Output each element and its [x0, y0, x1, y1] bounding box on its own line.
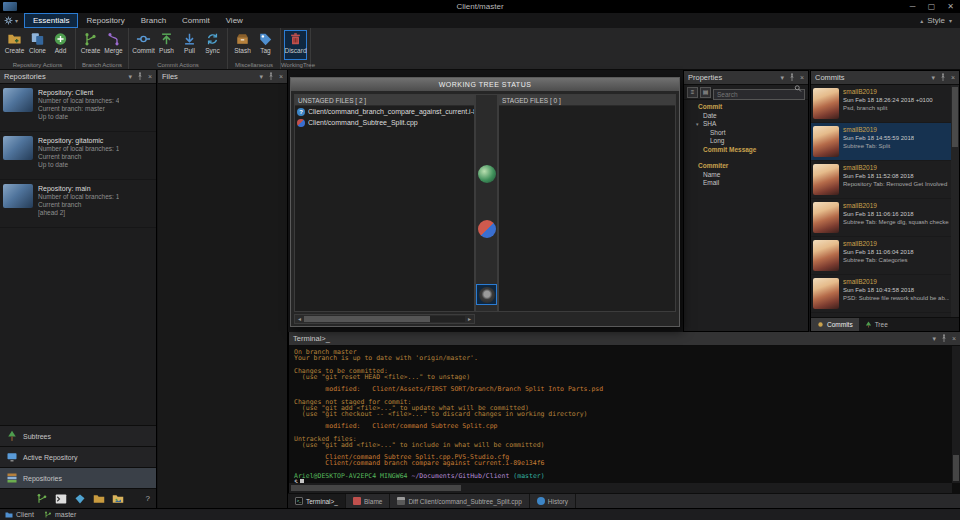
gem-icon[interactable] [74, 493, 86, 505]
collapse-ribbon-icon[interactable]: ▴ [920, 17, 923, 24]
property-tree-item[interactable]: Commit Message [684, 146, 808, 155]
property-tree-item[interactable]: Email [684, 179, 808, 188]
clone-repository-button[interactable]: Clone [26, 30, 49, 60]
minimize-button[interactable]: ─ [903, 0, 922, 13]
create-repository-button[interactable]: Create [3, 30, 26, 60]
terminal-icon[interactable] [55, 493, 67, 505]
scroll-left-arrow[interactable]: ◂ [295, 315, 304, 324]
repository-list-item[interactable]: Repository: Client Number of local branc… [0, 84, 156, 132]
scrollbar-thumb[interactable] [952, 87, 958, 147]
working-tree-title[interactable]: WORKING TREE STATUS [291, 78, 679, 91]
commit-list-item[interactable]: smallB2019 Sun Feb 18 11:52:08 2018 Repo… [811, 161, 951, 199]
tab-commit[interactable]: Commit [174, 13, 218, 28]
terminal-vertical-scrollbar[interactable] [952, 346, 960, 483]
unstaged-file-row[interactable]: ? Client/command_branch_compare_against_… [295, 106, 474, 117]
tag-button[interactable]: Tag [254, 30, 277, 60]
commit-list-item[interactable]: smallB2019 Sun Feb 18 11:06:16 2018 Subt… [811, 199, 951, 237]
stash-button[interactable]: Stash [231, 30, 254, 60]
search-input[interactable] [713, 89, 805, 100]
pull-button[interactable]: Pull [178, 30, 201, 60]
sidebar-item-repositories[interactable]: Repositories [0, 467, 156, 488]
style-menu[interactable]: Style [927, 16, 945, 25]
repository-list-item[interactable]: Repository: main Number of local branche… [0, 180, 156, 228]
close-icon[interactable]: × [148, 70, 152, 84]
categorize-button[interactable]: ≡ [687, 87, 698, 98]
chevron-down-icon[interactable]: ▾ [949, 17, 952, 24]
commit-list-item[interactable]: smallB2019 Sun Feb 18 18:26:24 2018 +010… [811, 85, 951, 123]
sidebar-item-active-repository[interactable]: Active Repository [0, 446, 156, 467]
stage-all-button[interactable] [478, 220, 496, 238]
scrollbar-thumb[interactable] [291, 485, 461, 491]
tab-essentials[interactable]: Essentials [24, 13, 78, 28]
scrollbar-thumb[interactable] [953, 455, 959, 481]
repository-icon [5, 511, 13, 519]
pin-icon[interactable] [940, 334, 948, 343]
chevron-down-icon[interactable]: ▾ [931, 71, 935, 85]
merge-branch-button[interactable]: Merge [102, 30, 125, 60]
unstaged-horizontal-scrollbar[interactable]: ◂ ▸ [294, 314, 475, 324]
close-icon[interactable]: × [952, 332, 956, 346]
close-icon[interactable]: × [279, 70, 283, 84]
discard-button[interactable]: Discard [284, 30, 307, 60]
close-button[interactable]: ✕ [941, 0, 960, 13]
pin-icon[interactable] [939, 73, 947, 82]
sort-button[interactable]: ▤ [700, 87, 711, 98]
add-repository-button[interactable]: Add [49, 30, 72, 60]
pin-icon[interactable] [136, 72, 144, 81]
commit-button[interactable]: Commit [132, 30, 155, 60]
chevron-down-icon[interactable]: ▾ [128, 70, 132, 84]
terminal-icon: >_ [295, 497, 303, 505]
chevron-down-icon[interactable]: ▾ [259, 70, 263, 84]
pin-icon[interactable] [267, 72, 275, 81]
tab-view[interactable]: View [218, 13, 251, 28]
property-tree-item[interactable]: Commiter [684, 162, 808, 171]
help-button[interactable]: ? [146, 494, 150, 503]
close-icon[interactable]: × [951, 71, 955, 85]
property-tree-item[interactable]: SHA [684, 120, 808, 129]
pin-icon[interactable] [788, 73, 796, 82]
stage-selected-button[interactable] [478, 165, 496, 183]
scrollbar-thumb[interactable] [304, 316, 430, 322]
property-tree-item[interactable]: Commit [684, 103, 808, 112]
commit-list-item[interactable]: smallB2019 Sun Feb 18 14:55:59 2018 Subt… [811, 123, 951, 161]
snapshot-button[interactable] [476, 284, 497, 305]
sync-button[interactable]: Sync [201, 30, 224, 60]
quick-access-menu[interactable]: ▾ [4, 16, 18, 25]
chevron-down-icon[interactable]: ▾ [932, 332, 936, 346]
commit-list-item[interactable]: smallB2019 Sun Feb 18 11:06:04 2018 Subt… [811, 237, 951, 275]
tab-tree[interactable]: Tree [859, 318, 894, 331]
tab-repository[interactable]: Repository [78, 13, 132, 28]
terminal-horizontal-scrollbar[interactable] [289, 483, 952, 493]
unstaged-file-row[interactable]: Client/command_Subtree_Split.cpp [295, 117, 474, 128]
tab-branch[interactable]: Branch [133, 13, 174, 28]
scroll-right-arrow[interactable]: ▸ [465, 315, 474, 324]
statusbar-branch[interactable]: master [44, 511, 76, 519]
property-tree-item[interactable]: Name [684, 171, 808, 180]
tab-blame[interactable]: Blame [346, 494, 390, 508]
tab-commits[interactable]: Commits [811, 318, 859, 331]
push-button[interactable]: Push [155, 30, 178, 60]
property-tree-item[interactable]: Short [684, 129, 808, 138]
prompt-user: Ariel@DESKTOP-AV2EPC4 MINGW64 [294, 472, 408, 480]
commit-list-item[interactable]: smallB2019 Sun Feb 18 10:43:58 2018 PSD:… [811, 275, 951, 313]
prompt-branch: (master) [513, 472, 544, 480]
property-tree-item[interactable]: Long [684, 137, 808, 146]
sidebar-item-subtrees[interactable]: Subtrees [0, 425, 156, 446]
tab-diff[interactable]: Diff Client/command_Subtree_Split.cpp [390, 494, 529, 508]
statusbar-repository[interactable]: Client [5, 511, 34, 519]
create-branch-button[interactable]: Create [79, 30, 102, 60]
commit-avatar [813, 164, 839, 195]
ribbon-group-label: Branch Actions [76, 62, 128, 68]
staged-files-column: STAGED FILES [ 0 ] [498, 94, 676, 312]
property-tree-item[interactable]: Date [684, 112, 808, 121]
commits-scrollbar[interactable] [951, 85, 959, 317]
terminal-output[interactable]: On branch masterYour branch is up to dat… [289, 346, 952, 483]
tab-history[interactable]: History [530, 494, 576, 508]
repository-list-item[interactable]: Repository: gitatomic Number of local br… [0, 132, 156, 180]
folder-image-icon[interactable] [112, 493, 124, 505]
folder-icon[interactable] [93, 493, 105, 505]
working-tree-status-window[interactable]: WORKING TREE STATUS UNSTAGED FILES [ 2 ]… [290, 77, 680, 327]
maximize-button[interactable]: ▢ [922, 0, 941, 13]
branch-icon[interactable] [36, 493, 48, 505]
tab-terminal[interactable]: >_ Terminal>_ [288, 494, 346, 508]
